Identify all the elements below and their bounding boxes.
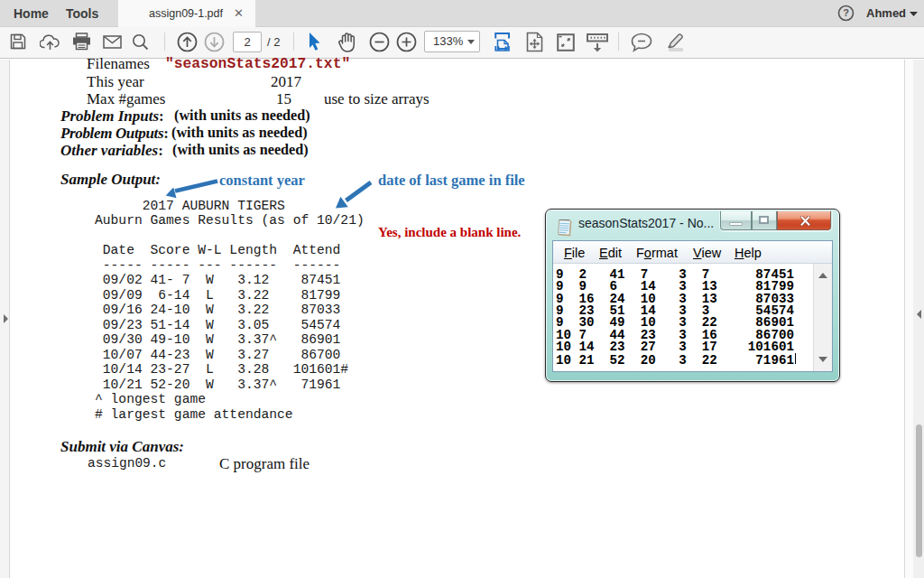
svg-text:?: ? <box>843 7 849 18</box>
